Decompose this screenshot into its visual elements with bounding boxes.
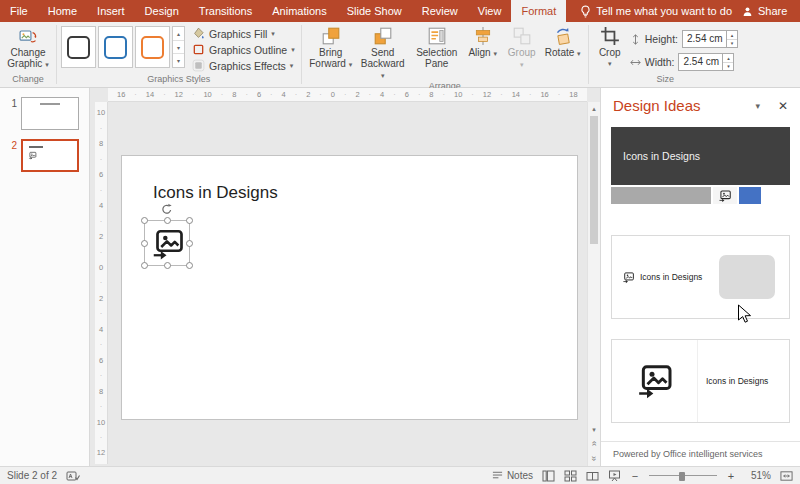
graphics-outline-button[interactable]: Graphics Outline ▾: [190, 43, 297, 56]
height-input[interactable]: 2.54 cm ▴ ▾: [682, 30, 738, 48]
ruler-tick: ·: [558, 90, 561, 99]
zoom-in-button[interactable]: +: [726, 470, 736, 482]
tab-format[interactable]: Format: [511, 0, 566, 22]
gallery-down-button[interactable]: ▾: [173, 40, 184, 54]
graphics-styles-content: ▴ ▾ ▾ Graphics Fill ▾ Graphics Outline ▾: [58, 22, 300, 74]
design-suggestion-3[interactable]: Icons in Designs: [611, 339, 790, 423]
fit-slide-to-window-button[interactable]: [780, 470, 793, 482]
shape-width-icon: [630, 57, 641, 68]
scroll-up-button[interactable]: ▴: [588, 102, 600, 115]
ruler-number: 0: [99, 263, 103, 272]
graphics-outline-icon: [192, 43, 205, 56]
ruler-number: 6: [99, 170, 103, 179]
change-group-content: Change Graphic ▾: [1, 22, 55, 74]
zoom-percentage[interactable]: 51%: [745, 470, 771, 481]
width-spin-down-button[interactable]: ▾: [723, 62, 733, 71]
vertical-scrollbar[interactable]: ▴ ▾ » »: [587, 102, 600, 466]
selection-handle-se[interactable]: [186, 262, 193, 269]
align-label: Align: [468, 47, 490, 58]
design-1-footer-strip: [611, 187, 790, 204]
picture-icon[interactable]: [150, 226, 186, 262]
zoom-out-button[interactable]: −: [630, 470, 640, 482]
slide-1-row: 1: [0, 97, 89, 130]
selected-graphic-bounding-box[interactable]: [144, 220, 190, 266]
rotate-button[interactable]: Rotate ▾: [542, 24, 584, 59]
slide-sorter-view-button[interactable]: [564, 470, 577, 482]
slide-1-thumbnail[interactable]: [21, 97, 79, 130]
zoom-slider-thumb[interactable]: [679, 472, 685, 481]
width-spin-up-button[interactable]: ▴: [723, 54, 733, 62]
reading-view-button[interactable]: [586, 470, 599, 482]
rotate-handle-icon[interactable]: [161, 203, 173, 215]
tab-file[interactable]: File: [0, 0, 38, 22]
ruler-number: 6: [257, 90, 261, 99]
height-spin-down-button[interactable]: ▾: [727, 39, 737, 48]
selection-handle-ne[interactable]: [186, 217, 193, 224]
design-suggestion-2[interactable]: Icons in Designs: [611, 235, 790, 319]
ruler-number: 12: [483, 90, 491, 99]
slide-2-thumbnail[interactable]: [21, 139, 79, 172]
graphics-style-3[interactable]: [135, 26, 170, 68]
crop-button[interactable]: Crop ▾: [593, 24, 627, 69]
tab-animations[interactable]: Animations: [262, 0, 336, 22]
normal-view-button[interactable]: [542, 470, 555, 482]
selection-handle-s[interactable]: [164, 262, 171, 269]
selection-handle-n[interactable]: [164, 217, 171, 224]
bring-forward-button[interactable]: Bring Forward ▾: [306, 24, 356, 70]
tab-design[interactable]: Design: [135, 0, 189, 22]
previous-slide-button[interactable]: »: [588, 437, 600, 450]
ruler-tick: ·: [270, 90, 273, 99]
gallery-more-button[interactable]: ▾: [173, 53, 184, 67]
slide-2-number: 2: [6, 139, 17, 172]
graphics-fill-label: Graphics Fill: [209, 28, 267, 40]
spell-check-icon[interactable]: [66, 470, 80, 482]
panel-chevron-down-icon[interactable]: ▾: [755, 101, 760, 111]
width-field-row: Width: 2.54 cm ▴ ▾: [630, 53, 738, 71]
ruler-tick: ·: [245, 90, 248, 99]
tab-slide-show[interactable]: Slide Show: [337, 0, 412, 22]
width-input[interactable]: 2.54 cm ▴ ▾: [678, 53, 734, 71]
tell-me-box[interactable]: Tell me what you want to do: [580, 0, 732, 22]
align-button[interactable]: Align ▾: [464, 24, 502, 59]
chevron-down-icon: ▾: [290, 62, 294, 70]
design-3-text-area: Icons in Designs: [698, 340, 789, 422]
graphics-fill-button[interactable]: Graphics Fill ▾: [190, 27, 297, 40]
ruler-number: 10: [97, 108, 105, 117]
ruler-tick: ·: [100, 340, 103, 349]
selection-handle-sw[interactable]: [141, 262, 148, 269]
ruler-number: 16: [540, 90, 548, 99]
graphics-effects-button[interactable]: Graphics Effects ▾: [190, 59, 297, 72]
share-button[interactable]: Share: [732, 0, 797, 22]
gallery-up-button[interactable]: ▴: [173, 27, 184, 40]
graphics-style-1[interactable]: [61, 26, 96, 68]
notes-button[interactable]: Notes: [492, 470, 533, 481]
selection-pane-button[interactable]: Selection Pane: [410, 24, 464, 69]
change-graphic-button[interactable]: Change Graphic ▾: [4, 24, 52, 70]
panel-close-icon[interactable]: ✕: [778, 99, 788, 113]
scroll-down-button[interactable]: ▾: [588, 423, 600, 436]
lightbulb-icon: [580, 5, 591, 18]
graphics-style-2[interactable]: [98, 26, 133, 68]
tab-review[interactable]: Review: [412, 0, 468, 22]
selection-handle-w[interactable]: [141, 240, 148, 247]
tab-view[interactable]: View: [468, 0, 512, 22]
scrollbar-thumb[interactable]: [590, 116, 598, 244]
tab-home[interactable]: Home: [38, 0, 87, 22]
ruler-tick: ·: [529, 90, 532, 99]
slide-show-button[interactable]: [608, 470, 621, 482]
slide-title-text[interactable]: Icons in Designs: [153, 183, 278, 203]
tab-transitions[interactable]: Transitions: [189, 0, 262, 22]
tab-insert[interactable]: Insert: [87, 0, 135, 22]
send-backward-button[interactable]: Send Backward ▾: [356, 24, 410, 81]
selection-handle-e[interactable]: [186, 240, 193, 247]
ruler-number: 6: [405, 90, 409, 99]
design-1-preview: Icons in Designs: [611, 127, 790, 185]
design-suggestion-1[interactable]: Icons in Designs: [611, 127, 790, 204]
ruler-number: 10: [203, 90, 211, 99]
slide-canvas[interactable]: Icons in Designs: [121, 155, 578, 420]
height-spin-up-button[interactable]: ▴: [727, 31, 737, 39]
selection-handle-nw[interactable]: [141, 217, 148, 224]
zoom-slider[interactable]: [649, 470, 717, 482]
next-slide-button[interactable]: »: [588, 451, 600, 464]
group-button[interactable]: Group ▾: [502, 24, 542, 70]
